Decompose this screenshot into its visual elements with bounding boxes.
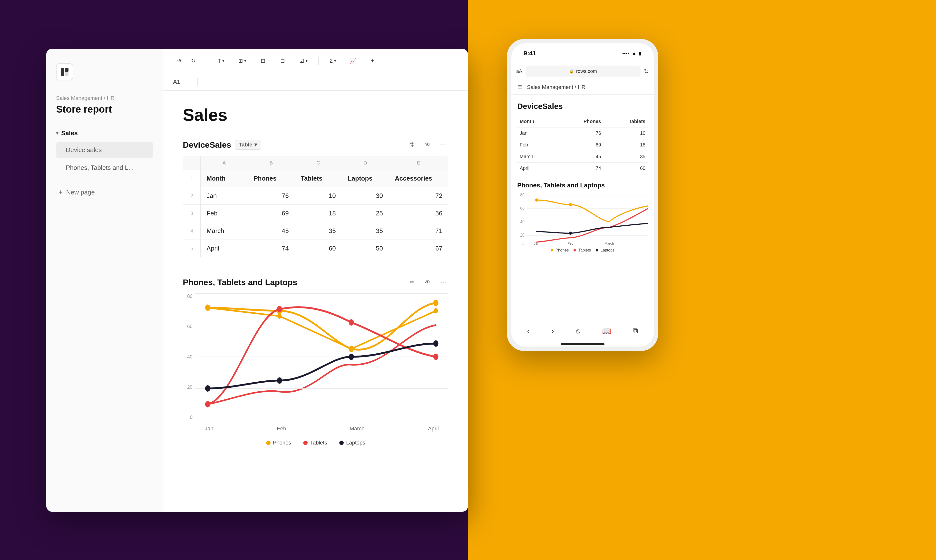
mobile-tablets-cell: 10 xyxy=(603,128,648,139)
text-format-button[interactable]: T ▾ xyxy=(214,56,228,66)
accessories-cell[interactable]: 71 xyxy=(389,222,448,240)
mobile-chart-svg: 80 60 40 20 0 Jan Feb March xyxy=(517,192,648,246)
mobile-tablets-cell: 60 xyxy=(603,163,648,174)
mobile-table-header-row: Month Phones Tablets xyxy=(517,116,648,128)
mobile-legend-tablets: Tablets xyxy=(574,248,591,252)
checkbox-button[interactable]: ☑ ▾ xyxy=(296,56,311,66)
accessories-cell[interactable]: 67 xyxy=(389,240,448,257)
col-d-header[interactable]: D xyxy=(342,156,389,170)
row-num: 4 xyxy=(183,222,201,240)
col-c-header[interactable]: C xyxy=(295,156,342,170)
edit-icon[interactable]: ✏ xyxy=(406,277,417,288)
mobile-inner: 9:41 ▪▪▪▪ ▲ ▮ aA 🔒 rows.com ↻ ☰ Sales Ma… xyxy=(511,43,654,346)
col-b-header[interactable]: B xyxy=(248,156,295,170)
accessories-cell[interactable]: 72 xyxy=(389,187,448,205)
y-label-80: 80 xyxy=(187,294,192,299)
laptops-cell[interactable]: 50 xyxy=(342,240,389,257)
mobile-phones-cell: 45 xyxy=(557,151,603,163)
mobile-mockup: 9:41 ▪▪▪▪ ▲ ▮ aA 🔒 rows.com ↻ ☰ Sales Ma… xyxy=(507,39,658,351)
mobile-forward-button[interactable]: › xyxy=(551,327,554,335)
magic-button[interactable]: ✦ xyxy=(366,55,379,67)
mobile-url-bar[interactable]: 🔒 rows.com xyxy=(525,66,640,77)
filter-icon[interactable]: ⚗ xyxy=(406,139,417,150)
mobile-back-button[interactable]: ‹ xyxy=(527,327,530,335)
eye-icon[interactable]: 👁 xyxy=(422,139,433,150)
back-icon: ‹ xyxy=(527,327,530,335)
mobile-bottom-bar: ‹ › ⎋ 📖 ⧉ xyxy=(511,320,654,342)
mobile-aa-button[interactable]: aA xyxy=(516,68,522,74)
accessories-header[interactable]: Accessories xyxy=(389,170,448,188)
table-dropdown-arrow: ▾ xyxy=(254,142,257,148)
month-header[interactable]: Month xyxy=(201,170,248,188)
new-page-label: New page xyxy=(66,189,95,196)
mobile-tabs-button[interactable]: ⧉ xyxy=(633,326,638,335)
mobile-phones-line xyxy=(536,200,609,222)
more-options-icon[interactable]: ⋯ xyxy=(438,139,448,150)
tablets-cell[interactable]: 35 xyxy=(295,222,342,240)
row-num: 2 xyxy=(183,187,201,205)
mobile-url: rows.com xyxy=(576,68,597,74)
redo-button[interactable]: ↻ xyxy=(187,55,199,67)
align-button[interactable]: ⊡ xyxy=(257,55,269,67)
col-e-header[interactable]: E xyxy=(389,156,448,170)
mobile-refresh-button[interactable]: ↻ xyxy=(644,68,649,75)
laptops-dot-jan xyxy=(205,385,210,392)
mobile-table-row: April 74 60 xyxy=(517,163,648,174)
tablets-header[interactable]: Tablets xyxy=(295,170,342,188)
chart-eye-icon[interactable]: 👁 xyxy=(422,277,433,288)
laptops-cell[interactable]: 30 xyxy=(342,187,389,205)
chart-button[interactable]: 📈 xyxy=(347,55,359,67)
lock-icon: 🔒 xyxy=(569,69,574,74)
mobile-bookmarks-button[interactable]: 📖 xyxy=(602,326,611,335)
month-cell[interactable]: Jan xyxy=(201,187,248,205)
undo-button[interactable]: ↺ xyxy=(173,55,185,67)
chart-more-icon[interactable]: ⋯ xyxy=(438,277,448,288)
mobile-laptops-dot xyxy=(596,249,598,251)
app-logo[interactable] xyxy=(56,63,73,80)
device-sales-title: DeviceSales Table ▾ xyxy=(183,140,261,150)
month-cell[interactable]: March xyxy=(201,222,248,240)
mobile-tablets-col: Tablets xyxy=(603,116,648,128)
phones-header[interactable]: Phones xyxy=(248,170,295,188)
laptops-cell[interactable]: 35 xyxy=(342,222,389,240)
table-actions: ⚗ 👁 ⋯ xyxy=(406,139,448,150)
tablets-cell[interactable]: 18 xyxy=(295,205,342,222)
new-page-button[interactable]: + New page xyxy=(56,185,153,200)
tablets-cell[interactable]: 10 xyxy=(295,187,342,205)
month-cell[interactable]: April xyxy=(201,240,248,257)
phones-cell[interactable]: 76 xyxy=(248,187,295,205)
phones-cell[interactable]: 74 xyxy=(248,240,295,257)
tablets-dot-jan xyxy=(205,401,210,408)
svg-rect-2 xyxy=(61,72,64,76)
mobile-browser-bar: aA 🔒 rows.com ↻ xyxy=(511,63,654,80)
table-format-button[interactable]: ⊞ ▾ xyxy=(235,56,249,66)
table-row: 5 April 74 60 50 67 xyxy=(183,240,448,257)
table-type-badge[interactable]: Table ▾ xyxy=(235,140,261,150)
mobile-month-cell: April xyxy=(517,163,557,174)
merge-button[interactable]: ⊟ xyxy=(276,55,289,67)
mobile-laptops-label: Laptops xyxy=(600,248,614,252)
month-cell[interactable]: Feb xyxy=(201,205,248,222)
sum-button[interactable]: Σ ▾ xyxy=(326,56,340,66)
laptops-cell[interactable]: 25 xyxy=(342,205,389,222)
accessories-cell[interactable]: 56 xyxy=(389,205,448,222)
mobile-hamburger-icon[interactable]: ☰ xyxy=(517,84,523,91)
legend-laptops: Laptops xyxy=(339,440,365,446)
phones-dot-april-2 xyxy=(433,300,439,306)
chart-plot-area xyxy=(195,294,448,420)
col-a-header[interactable]: A xyxy=(201,156,248,170)
home-bar xyxy=(560,343,605,345)
tablets-dot-feb xyxy=(277,306,282,312)
tablets-cell[interactable]: 60 xyxy=(295,240,342,257)
mobile-phones-label: Phones xyxy=(556,248,569,252)
mobile-month-col: Month xyxy=(517,116,557,128)
laptops-header[interactable]: Laptops xyxy=(342,170,389,188)
phones-cell[interactable]: 45 xyxy=(248,222,295,240)
sidebar-section-sales[interactable]: ▾ Sales xyxy=(56,129,153,137)
mobile-phones-dot xyxy=(551,249,553,251)
table-row: 2 Jan 76 10 30 72 xyxy=(183,187,448,205)
sidebar-item-device-sales[interactable]: Device sales xyxy=(56,142,153,158)
sidebar-item-phones-tablets[interactable]: Phones, Tablets and L... xyxy=(56,160,153,176)
phones-cell[interactable]: 69 xyxy=(248,205,295,222)
mobile-share-button[interactable]: ⎋ xyxy=(576,327,580,335)
